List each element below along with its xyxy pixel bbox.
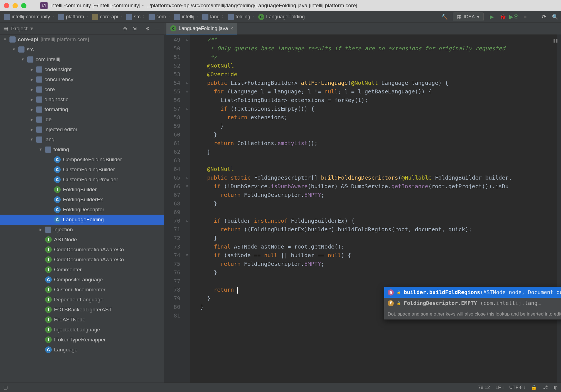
completion-label: FoldingDescriptor.EMPTY (com.intellij.la…	[404, 299, 541, 307]
tree-node[interactable]: lang	[0, 135, 164, 145]
file-encoding[interactable]: UTF-8 ⁞	[509, 384, 525, 390]
tree-node[interactable]: ICustomUncommenter	[0, 285, 164, 295]
folder-icon	[45, 227, 51, 233]
caret-position[interactable]: 78:12	[478, 385, 490, 390]
expand-arrow-icon[interactable]	[29, 115, 34, 125]
project-tool-header: ▤ Project ▾ ⊕ ⇲ ⚙ —	[0, 23, 164, 34]
expand-arrow-icon[interactable]	[3, 34, 7, 44]
line-number-gutter[interactable]: 4950515253545556575859606162636465666768…	[164, 34, 184, 383]
vcs-update-icon[interactable]: ⟳	[541, 14, 547, 20]
breadcrumb-label: src	[134, 14, 141, 20]
breadcrumb-item[interactable]: intellij-community	[3, 13, 51, 21]
tree-node[interactable]: IDependentLanguage	[0, 295, 164, 305]
debug-button[interactable]: 🐞	[500, 14, 506, 20]
tree-node[interactable]: diagnostic	[0, 95, 164, 105]
breadcrumb-item[interactable]: platform	[57, 13, 85, 21]
expand-arrow-icon[interactable]	[29, 95, 34, 105]
breadcrumb-item[interactable]: core-api	[91, 13, 119, 21]
line-separator[interactable]: LF ⁞	[496, 384, 504, 390]
inspections-indicator-icon[interactable]: ❚❚	[553, 36, 558, 45]
tree-node[interactable]: ICodeDocumentationAwareCo	[0, 245, 164, 255]
marker-bar[interactable]	[557, 34, 561, 383]
tree-node-label: formatting	[45, 105, 68, 115]
breadcrumb-item[interactable]: folding	[227, 13, 251, 21]
tree-node[interactable]: ICommenter	[0, 265, 164, 275]
coverage-button[interactable]: ▶⦿	[511, 14, 517, 20]
stop-button[interactable]: ■	[522, 14, 528, 20]
expand-arrow-icon[interactable]	[29, 64, 34, 75]
tree-node[interactable]: CLanguage	[0, 345, 164, 355]
project-tool-title[interactable]: Project	[11, 26, 28, 32]
breadcrumb-item[interactable]: lang	[201, 13, 221, 21]
vcs-branch-icon[interactable]: ⎇	[542, 384, 548, 390]
interface-icon: I	[54, 186, 61, 193]
close-tab-icon[interactable]: ✕	[230, 26, 233, 31]
tree-node-label: CustomFoldingBuilder	[63, 165, 115, 175]
tool-windows-toggle-icon[interactable]: ▢	[3, 384, 8, 390]
tree-node[interactable]: CFoldingBuilderEx	[0, 195, 164, 205]
breadcrumb-item[interactable]: com	[147, 13, 167, 21]
expand-arrow-icon[interactable]	[38, 145, 43, 155]
breadcrumb-item[interactable]: CLanguageFolding	[257, 13, 306, 21]
expand-arrow-icon[interactable]	[29, 85, 34, 95]
code-editor[interactable]: 4950515253545556575859606162636465666768…	[164, 34, 561, 383]
tree-node[interactable]: formatting	[0, 105, 164, 115]
collapse-all-icon[interactable]: ⇲	[131, 25, 138, 32]
expand-arrow-icon[interactable]	[29, 135, 34, 145]
hide-panel-icon[interactable]: —	[154, 25, 161, 32]
tree-node[interactable]: IFoldingBuilder	[0, 185, 164, 195]
run-config-selector[interactable]: ▦ IDEA ▾	[453, 13, 484, 21]
completion-item[interactable]: f🔒FoldingDescriptor.EMPTY (com.intellij.…	[384, 298, 561, 309]
tree-node[interactable]: CCompositeLanguage	[0, 275, 164, 285]
tree-node[interactable]: ide	[0, 115, 164, 125]
minimize-window-button[interactable]	[13, 3, 18, 8]
expand-arrow-icon[interactable]	[21, 54, 25, 64]
tree-node[interactable]: core-api [intellij.platform.core]	[0, 34, 164, 44]
tree-node[interactable]: IFCTSBackedLighterAST	[0, 305, 164, 315]
tree-node[interactable]: CCompositeFoldingBuilder	[0, 155, 164, 165]
tree-node[interactable]: IITokenTypeRemapper	[0, 335, 164, 345]
readonly-lock-icon[interactable]: 🔓	[531, 384, 537, 390]
gear-icon[interactable]: ⚙	[144, 25, 151, 32]
chevron-down-icon[interactable]: ▾	[30, 25, 33, 32]
zoom-window-button[interactable]	[21, 3, 26, 8]
tree-node[interactable]: injected.editor	[0, 125, 164, 135]
completion-popup[interactable]: m🔒builder.buildFoldRegions(ASTNode node,…	[384, 287, 561, 320]
tree-node[interactable]: folding	[0, 145, 164, 155]
completion-item[interactable]: m🔒builder.buildFoldRegions(ASTNode node,…	[384, 287, 561, 298]
tree-node[interactable]: injection	[0, 225, 164, 235]
build-icon[interactable]: 🔨	[442, 14, 448, 20]
editor-tab[interactable]: C LanguageFolding.java ✕	[166, 23, 237, 34]
expand-arrow-icon[interactable]	[12, 44, 16, 54]
breadcrumb-item[interactable]: src	[125, 13, 142, 21]
tree-node[interactable]: concurrency	[0, 75, 164, 85]
close-window-button[interactable]	[4, 3, 9, 8]
run-button[interactable]: ▶	[489, 14, 495, 20]
code-body[interactable]: /** * Only queries base language results…	[190, 34, 557, 383]
fold-gutter[interactable]: ⊟⊟⊟⊟⊟⊟⊟⊟	[184, 34, 190, 383]
breadcrumb-item[interactable]: intellij	[173, 13, 195, 21]
tree-node[interactable]: core	[0, 85, 164, 95]
tree-node[interactable]: IASTNode	[0, 235, 164, 245]
expand-arrow-icon[interactable]	[38, 225, 43, 235]
expand-arrow-icon[interactable]	[29, 125, 34, 135]
tree-node[interactable]: src	[0, 44, 164, 54]
tree-node[interactable]: ICodeDocumentationAwareCo	[0, 255, 164, 265]
tree-node[interactable]: CFoldingDescriptor	[0, 205, 164, 215]
run-config-label: IDEA	[464, 14, 475, 20]
tree-node[interactable]: CCustomFoldingProvider	[0, 175, 164, 185]
expand-arrow-icon[interactable]	[29, 75, 34, 85]
project-tree[interactable]: core-api [intellij.platform.core]srccom.…	[0, 34, 164, 383]
expand-arrow-icon[interactable]	[29, 105, 34, 115]
tree-node[interactable]: CLanguageFolding	[0, 215, 164, 225]
folder-icon	[4, 14, 10, 20]
tree-node[interactable]: IFileASTNode	[0, 315, 164, 325]
tree-node[interactable]: CCustomFoldingBuilder	[0, 165, 164, 175]
locate-icon[interactable]: ⊕	[122, 25, 128, 32]
breadcrumb-label: folding	[235, 14, 250, 20]
search-icon[interactable]: 🔍	[552, 14, 558, 20]
tree-node[interactable]: codeInsight	[0, 64, 164, 75]
memory-indicator-icon[interactable]: ◐	[553, 384, 558, 390]
tree-node[interactable]: com.intellij	[0, 54, 164, 64]
tree-node[interactable]: IInjectableLanguage	[0, 325, 164, 335]
